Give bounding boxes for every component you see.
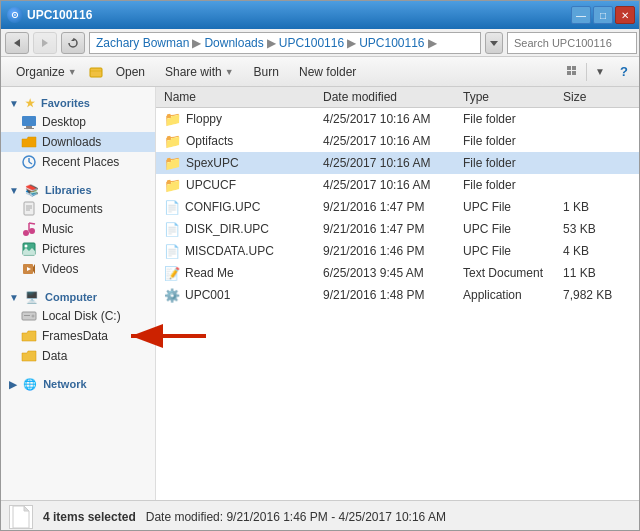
- file-row[interactable]: 📁 SpexUPC 4/25/2017 10:16 AM File folder: [156, 152, 640, 174]
- crumb-4[interactable]: UPC100116: [359, 36, 424, 50]
- title-bar: ⊙ UPC100116 — □ ✕: [1, 1, 640, 29]
- crumb-3[interactable]: UPC100116: [279, 36, 344, 50]
- file-name-spexupc: 📁 SpexUPC: [164, 155, 323, 171]
- toolbar-right: ▼ ?: [562, 61, 635, 83]
- sidebar-libraries-label[interactable]: ▼ 📚 Libraries: [1, 180, 155, 199]
- upcucf-folder-icon: 📁: [164, 177, 181, 193]
- minimize-button[interactable]: —: [571, 6, 591, 24]
- svg-rect-32: [24, 315, 30, 316]
- pictures-icon: [21, 241, 37, 257]
- toolbar: Organize ▼ Open Share with ▼ Burn New fo…: [1, 57, 640, 87]
- status-date-info: Date modified: 9/21/2016 1:46 PM - 4/25/…: [146, 510, 446, 524]
- sidebar-item-downloads[interactable]: Downloads: [1, 132, 155, 152]
- sidebar-sep-1: [1, 172, 155, 180]
- spexupc-folder-icon: 📁: [164, 155, 181, 171]
- file-row[interactable]: 📁 Optifacts 4/25/2017 10:16 AM File fold…: [156, 130, 640, 152]
- config-upc-icon: 📄: [164, 200, 180, 215]
- music-icon: [21, 221, 37, 237]
- file-name-optifacts: 📁 Optifacts: [164, 133, 323, 149]
- miscdata-upc-icon: 📄: [164, 244, 180, 259]
- sidebar-item-music[interactable]: Music: [1, 219, 155, 239]
- share-with-button[interactable]: Share with ▼: [156, 60, 243, 84]
- file-list-header: Name Date modified Type Size: [156, 87, 640, 108]
- svg-rect-7: [567, 66, 571, 70]
- refresh-button[interactable]: [61, 32, 85, 54]
- sidebar-item-recent[interactable]: Recent Places: [1, 152, 155, 172]
- sidebar-item-local-disk[interactable]: Local Disk (C:): [1, 306, 155, 326]
- burn-button[interactable]: Burn: [245, 60, 288, 84]
- sidebar-item-data[interactable]: Data: [1, 346, 155, 366]
- help-button[interactable]: ?: [613, 61, 635, 83]
- status-selection-info: 4 items selected: [43, 510, 136, 524]
- svg-rect-12: [26, 126, 32, 128]
- search-box[interactable]: [507, 32, 637, 54]
- view-options-button[interactable]: [562, 61, 584, 83]
- organize-button[interactable]: Organize ▼: [7, 60, 86, 84]
- sidebar-item-desktop[interactable]: Desktop: [1, 112, 155, 132]
- diskdir-upc-icon: 📄: [164, 222, 180, 237]
- framesdata-icon: [21, 328, 37, 344]
- file-row[interactable]: 📁 Floppy 4/25/2017 10:16 AM File folder: [156, 108, 640, 130]
- open-button-group: Open: [88, 60, 154, 84]
- file-row[interactable]: 📄 CONFIG.UPC 9/21/2016 1:47 PM UPC File …: [156, 196, 640, 218]
- file-name-readme: 📝 Read Me: [164, 266, 323, 281]
- svg-rect-8: [572, 66, 576, 70]
- organize-chevron: ▼: [68, 67, 77, 77]
- address-path[interactable]: Zachary Bowman ▶ Downloads ▶ UPC100116 ▶…: [89, 32, 481, 54]
- upc001-app-icon: ⚙️: [164, 288, 180, 303]
- sidebar-item-pictures[interactable]: Pictures: [1, 239, 155, 259]
- status-bar: 4 items selected Date modified: 9/21/201…: [1, 500, 640, 531]
- sidebar-network-label[interactable]: ▶ 🌐 Network: [1, 374, 155, 393]
- desktop-icon: [21, 114, 37, 130]
- header-date[interactable]: Date modified: [323, 90, 463, 104]
- svg-point-31: [32, 315, 35, 318]
- header-type[interactable]: Type: [463, 90, 563, 104]
- file-row[interactable]: 📄 DISK_DIR.UPC 9/21/2016 1:47 PM UPC Fil…: [156, 218, 640, 240]
- window-icon: ⊙: [7, 7, 23, 23]
- svg-point-26: [25, 245, 28, 248]
- readme-doc-icon: 📝: [164, 266, 180, 281]
- file-name-diskdir: 📄 DISK_DIR.UPC: [164, 222, 323, 237]
- sidebar-favorites-label[interactable]: ▼ ★ Favorites: [1, 93, 155, 112]
- open-button[interactable]: Open: [107, 60, 154, 84]
- downloads-folder-icon: [21, 134, 37, 150]
- svg-rect-9: [567, 71, 571, 75]
- file-row[interactable]: 📁 UPCUCF 4/25/2017 10:16 AM File folder: [156, 174, 640, 196]
- floppy-folder-icon: 📁: [164, 111, 181, 127]
- header-name[interactable]: Name: [164, 90, 323, 104]
- close-button[interactable]: ✕: [615, 6, 635, 24]
- svg-rect-11: [22, 116, 36, 126]
- new-folder-button[interactable]: New folder: [290, 60, 365, 84]
- maximize-button[interactable]: □: [593, 6, 613, 24]
- status-file-icon: [9, 505, 33, 529]
- svg-rect-6: [90, 68, 102, 77]
- sidebar-item-videos[interactable]: Videos: [1, 259, 155, 279]
- dropdown-button[interactable]: [485, 32, 503, 54]
- local-disk-icon: [21, 308, 37, 324]
- file-row[interactable]: 📝 Read Me 6/25/2013 9:45 AM Text Documen…: [156, 262, 640, 284]
- svg-marker-34: [24, 506, 29, 511]
- svg-line-16: [29, 162, 32, 164]
- forward-button[interactable]: [33, 32, 57, 54]
- svg-marker-28: [33, 264, 35, 274]
- view-toggle-button[interactable]: ▼: [589, 61, 611, 83]
- data-folder-icon: [21, 348, 37, 364]
- search-input[interactable]: [514, 37, 640, 49]
- sidebar-sep-3: [1, 366, 155, 374]
- optifacts-folder-icon: 📁: [164, 133, 181, 149]
- sidebar-computer-label[interactable]: ▼ 🖥️ Computer: [1, 287, 155, 306]
- sidebar-item-documents[interactable]: Documents: [1, 199, 155, 219]
- back-button[interactable]: [5, 32, 29, 54]
- sidebar-item-framesdata[interactable]: FramesData: [1, 326, 155, 346]
- file-row[interactable]: 📄 MISCDATA.UPC 9/21/2016 1:46 PM UPC Fil…: [156, 240, 640, 262]
- file-row[interactable]: ⚙️ UPC001 9/21/2016 1:48 PM Application …: [156, 284, 640, 306]
- videos-icon: [21, 261, 37, 277]
- crumb-2[interactable]: Downloads: [204, 36, 263, 50]
- header-size[interactable]: Size: [563, 90, 633, 104]
- svg-rect-10: [572, 71, 576, 75]
- svg-point-21: [23, 230, 29, 236]
- crumb-1[interactable]: Zachary Bowman: [96, 36, 189, 50]
- file-name-floppy: 📁 Floppy: [164, 111, 323, 127]
- toolbar-divider: [586, 63, 587, 81]
- file-list-area: Name Date modified Type Size 📁 Floppy 4/…: [156, 87, 640, 500]
